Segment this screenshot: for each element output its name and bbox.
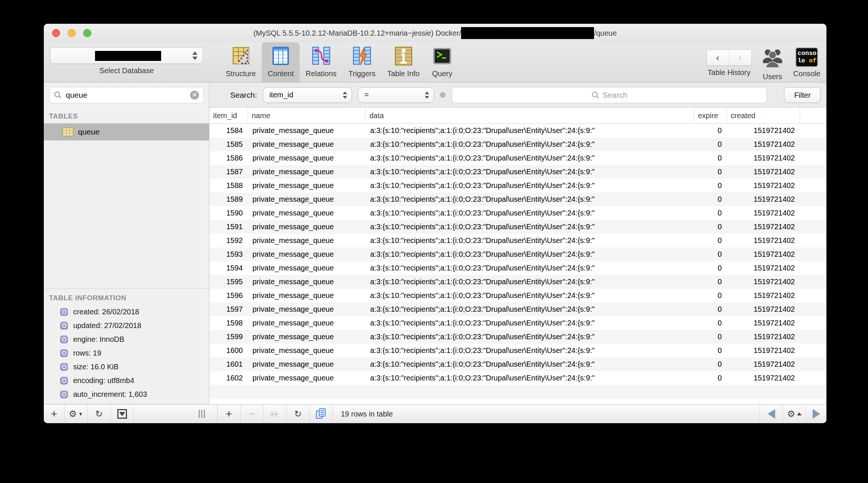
cell-expire[interactable]: 0 [694, 330, 727, 344]
cell-name[interactable]: private_message_queue [248, 275, 366, 289]
cell-item_id[interactable]: 1589 [209, 192, 248, 206]
column-header-name[interactable]: name [248, 108, 366, 123]
cell-item_id[interactable]: 1587 [209, 165, 248, 179]
cell-name[interactable]: private_message_queue [248, 151, 366, 165]
table-row[interactable]: 1601private_message_queuea:3:{s:10:"reci… [209, 357, 826, 371]
add-table-button[interactable]: + [44, 405, 65, 423]
cell-created[interactable]: 1519721402 [727, 330, 800, 344]
content-search-input[interactable]: Search [451, 87, 767, 103]
cell-expire[interactable]: 0 [694, 289, 727, 302]
toggle-panel-button[interactable] [111, 405, 134, 423]
column-header-expire[interactable]: expire [694, 108, 727, 123]
cell-name[interactable]: private_message_queue [248, 289, 366, 302]
cell-name[interactable]: private_message_queue [248, 344, 366, 357]
cell-expire[interactable]: 0 [694, 179, 727, 192]
previous-page-button[interactable] [760, 405, 783, 423]
table-row[interactable]: 1586private_message_queuea:3:{s:10:"reci… [209, 151, 826, 165]
cell-item_id[interactable]: 1595 [209, 275, 248, 289]
cell-expire[interactable]: 0 [694, 220, 727, 234]
tab-table-info[interactable]: Table Info [381, 42, 425, 82]
cell-item_id[interactable]: 1597 [209, 302, 248, 316]
table-row[interactable]: 1584private_message_queuea:3:{s:10:"reci… [209, 124, 826, 137]
cell-item_id[interactable]: 1584 [209, 124, 248, 137]
cell-item_id[interactable]: 1585 [209, 137, 248, 151]
column-header-data[interactable]: data [366, 108, 694, 123]
cell-expire[interactable]: 0 [694, 124, 727, 137]
cell-data[interactable]: a:3:{s:10:"recipients";a:1:{i:0;O:23:"Dr… [366, 247, 694, 261]
cell-name[interactable]: private_message_queue [248, 371, 366, 385]
refresh-content-button[interactable]: ↻ [287, 405, 310, 423]
cell-name[interactable]: private_message_queue [248, 206, 366, 220]
cell-expire[interactable]: 0 [694, 234, 727, 247]
users-button[interactable]: Users [761, 48, 784, 81]
cell-data[interactable]: a:3:{s:10:"recipients";a:1:{i:0;O:23:"Dr… [366, 220, 694, 234]
cell-data[interactable]: a:3:{s:10:"recipients";a:1:{i:0;O:23:"Dr… [366, 344, 694, 357]
table-filter-input[interactable]: queue ✕ [49, 87, 204, 103]
cell-name[interactable]: private_message_queue [248, 220, 366, 234]
cell-expire[interactable]: 0 [694, 247, 727, 261]
cell-name[interactable]: private_message_queue [248, 330, 366, 344]
cell-item_id[interactable]: 1588 [209, 179, 248, 192]
cell-created[interactable]: 1519721402 [727, 206, 800, 220]
cell-item_id[interactable]: 1591 [209, 220, 248, 234]
cell-expire[interactable]: 0 [694, 206, 727, 220]
cell-created[interactable]: 1519721402 [727, 357, 800, 371]
cell-data[interactable]: a:3:{s:10:"recipients";a:1:{i:0;O:23:"Dr… [366, 179, 694, 192]
cell-created[interactable]: 1519721402 [727, 234, 800, 247]
cell-created[interactable]: 1519721402 [727, 261, 800, 275]
cell-name[interactable]: private_message_queue [248, 261, 366, 275]
cell-item_id[interactable]: 1601 [209, 357, 248, 371]
table-row[interactable]: 1595private_message_queuea:3:{s:10:"reci… [209, 275, 826, 289]
cell-item_id[interactable]: 1602 [209, 371, 248, 385]
cell-name[interactable]: private_message_queue [248, 124, 366, 137]
cell-name[interactable]: private_message_queue [248, 234, 366, 247]
table-row[interactable]: 1590private_message_queuea:3:{s:10:"reci… [209, 206, 826, 220]
cell-data[interactable]: a:3:{s:10:"recipients";a:1:{i:0;O:23:"Dr… [366, 192, 694, 206]
cell-name[interactable]: private_message_queue [248, 165, 366, 179]
cell-name[interactable]: private_message_queue [248, 247, 366, 261]
cell-expire[interactable]: 0 [694, 371, 727, 385]
cell-item_id[interactable]: 1596 [209, 289, 248, 302]
cell-item_id[interactable]: 1590 [209, 206, 248, 220]
table-row[interactable]: 1592private_message_queuea:3:{s:10:"reci… [209, 234, 826, 247]
cell-created[interactable]: 1519721402 [727, 371, 800, 385]
cell-expire[interactable]: 0 [694, 275, 727, 289]
next-page-button[interactable] [806, 405, 826, 423]
cell-data[interactable]: a:3:{s:10:"recipients";a:1:{i:0;O:23:"Dr… [366, 302, 694, 316]
filter-field-dropdown[interactable]: item_id [263, 87, 352, 103]
add-row-button[interactable]: + [218, 405, 241, 423]
table-row[interactable]: 1588private_message_queuea:3:{s:10:"reci… [209, 179, 826, 192]
cell-expire[interactable]: 0 [694, 302, 727, 316]
cell-item_id[interactable]: 1599 [209, 330, 248, 344]
cell-created[interactable]: 1519721402 [727, 192, 800, 206]
cell-name[interactable]: private_message_queue [248, 316, 366, 330]
clear-search-icon[interactable]: ✕ [190, 91, 199, 100]
cell-created[interactable]: 1519721402 [727, 124, 800, 137]
minimize-window-button[interactable] [68, 29, 76, 37]
cell-data[interactable]: a:3:{s:10:"recipients";a:1:{i:0;O:23:"Dr… [366, 261, 694, 275]
cell-expire[interactable]: 0 [694, 137, 727, 151]
cell-created[interactable]: 1519721402 [727, 220, 800, 234]
cell-data[interactable]: a:3:{s:10:"recipients";a:1:{i:0;O:23:"Dr… [366, 124, 694, 137]
table-row[interactable]: 1594private_message_queuea:3:{s:10:"reci… [209, 261, 826, 275]
delete-row-button[interactable]: − [241, 405, 264, 423]
tab-structure[interactable]: Structure [220, 42, 262, 82]
cell-data[interactable]: a:3:{s:10:"recipients";a:1:{i:0;O:23:"Dr… [366, 289, 694, 302]
cell-name[interactable]: private_message_queue [248, 357, 366, 371]
cell-data[interactable]: a:3:{s:10:"recipients";a:1:{i:0;O:23:"Dr… [366, 151, 694, 165]
cell-item_id[interactable]: 1598 [209, 316, 248, 330]
duplicate-row-button[interactable]: ++ [264, 405, 287, 423]
cell-item_id[interactable]: 1600 [209, 344, 248, 357]
cell-expire[interactable]: 0 [694, 192, 727, 206]
filter-button[interactable]: Filter [784, 87, 820, 103]
cell-name[interactable]: private_message_queue [248, 302, 366, 316]
cell-item_id[interactable]: 1592 [209, 234, 248, 247]
table-row[interactable]: 1585private_message_queuea:3:{s:10:"reci… [209, 137, 826, 151]
filter-operator-dropdown[interactable]: = [358, 87, 434, 103]
column-header-item_id[interactable]: item_id [209, 108, 248, 123]
cell-item_id[interactable]: 1593 [209, 247, 248, 261]
cell-created[interactable]: 1519721402 [727, 179, 800, 192]
cell-data[interactable]: a:3:{s:10:"recipients";a:1:{i:0;O:23:"Dr… [366, 234, 694, 247]
cell-data[interactable]: a:3:{s:10:"recipients";a:1:{i:0;O:23:"Dr… [366, 165, 694, 179]
cell-expire[interactable]: 0 [694, 261, 727, 275]
